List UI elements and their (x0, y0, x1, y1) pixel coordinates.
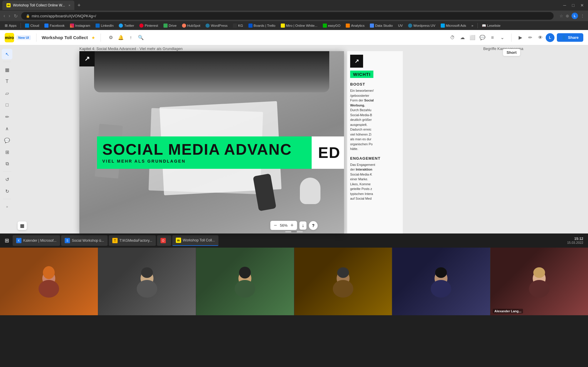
bookmark-more[interactable]: » (469, 23, 476, 28)
comment-tool[interactable]: 💬 (2, 135, 12, 146)
bookmark-linkedin[interactable]: LinkedIn (93, 23, 116, 29)
shape-tool[interactable]: □ (2, 100, 12, 110)
bottom-controls: ▦ (18, 221, 27, 230)
settings-button[interactable]: ⚙ (106, 33, 116, 42)
bookmark-drive[interactable]: Drive (161, 23, 179, 29)
bookmark-instagram[interactable]: Instagram (68, 23, 93, 29)
pen-button[interactable]: ✏ (526, 33, 535, 42)
grid-toggle-button[interactable]: ▦ (18, 221, 27, 230)
bookmark-easygo[interactable]: easyGO (320, 23, 343, 29)
boost-title: BOOST (350, 82, 400, 86)
bookmark-uv[interactable]: UV (396, 23, 405, 28)
bookmark-pinterest[interactable]: Pinterest (137, 23, 160, 29)
view-icons-group: ⏱ ☁ ⬜ 💬 ≡ ⌄ (448, 33, 507, 42)
template-tool[interactable]: ⧉ (2, 159, 12, 169)
share-upload-button[interactable]: ↑ (126, 33, 136, 42)
wordpress-uv-icon (408, 24, 412, 28)
bookmark-cloud[interactable]: Cloud (23, 23, 41, 29)
slide-frame[interactable]: ↗ SOCIAL MEDIA ADVANC VIEL MEHR ALS GRUN… (79, 51, 344, 233)
bookmark-microsoft-ads[interactable]: Microsoft Ads (438, 23, 469, 29)
close-window-button[interactable]: ✕ (579, 2, 586, 8)
tab-close-button[interactable]: × (69, 4, 70, 7)
zoom-control-group: − 56% + (270, 221, 297, 230)
frames-tool[interactable]: ▦ (2, 64, 12, 75)
bookmark-datastudio[interactable]: Data Studio (368, 23, 395, 29)
bookmark-twitter[interactable]: Twitter (116, 23, 136, 29)
taskbar-item-kgmedia[interactable]: T T:\KGMediaFactory... (109, 235, 156, 246)
extension-icon[interactable]: ⊕ (566, 14, 569, 18)
short-badge[interactable]: Short (503, 49, 520, 56)
bookmark-wordpress-uv[interactable]: Wordpress UV (406, 23, 438, 29)
bookmark-sep-right (477, 23, 478, 28)
settings-icon[interactable]: ⋮ (580, 14, 584, 18)
notification-button[interactable]: 🔔 (116, 33, 126, 42)
social-workshop-app-icon: S (65, 238, 70, 243)
apps-button[interactable]: ⊞ Apps (2, 23, 19, 29)
board-favorite-star[interactable]: ★ (91, 35, 95, 40)
more-tools-button[interactable]: » (2, 201, 12, 212)
line-tool[interactable]: ∧ (2, 123, 12, 134)
url-bar[interactable]: 🔒 miro.com/app/board/uXjVONQPK4g=/ (21, 12, 554, 20)
present-button[interactable]: ▶ (516, 33, 525, 42)
analytics-icon (346, 24, 350, 28)
apps-tool[interactable]: ⊞ (2, 147, 12, 157)
zoom-plus-button[interactable]: + (290, 222, 294, 228)
bookmark-star-icon[interactable]: ☆ (559, 14, 563, 18)
pen-tool[interactable]: ✏ (2, 111, 12, 122)
maximize-button[interactable]: □ (570, 2, 576, 8)
text-tool[interactable]: T (2, 76, 12, 87)
taskbar-item-workshop[interactable]: m Workshop Toll Coll... (172, 235, 218, 246)
active-tab[interactable]: m Workshop Toll Collect Online W... × (2, 1, 74, 10)
leseliste-button[interactable]: 📖 Leseliste (480, 23, 503, 29)
banner-subtitle: VIEL MEHR ALS GRUNDLAGEN (102, 159, 332, 164)
scroll-indicator (285, 231, 303, 232)
help-button[interactable]: ? (309, 221, 318, 230)
banner-ed: ED (312, 136, 344, 169)
toolbar-icons-group: ⚙ 🔔 ↑ 🔍 (106, 33, 146, 42)
taskbar-item-outlook[interactable]: O (157, 235, 171, 246)
cloud-button[interactable]: ☁ (458, 33, 467, 42)
bookmark-miro[interactable]: Miro | Online White... (278, 23, 320, 29)
bookmark-kg[interactable]: KG (230, 23, 245, 29)
video-person-6 (490, 248, 588, 315)
zoom-minus-button[interactable]: − (274, 222, 277, 228)
bookmark-wordpress[interactable]: WordPress (203, 23, 230, 29)
bookmark-facebook[interactable]: Facebook (42, 23, 67, 29)
bookmark-hubspot[interactable]: HubSpot (180, 23, 203, 29)
svg-point-11 (337, 267, 349, 278)
forward-button[interactable]: › (9, 13, 10, 19)
list-button[interactable]: ≡ (488, 33, 497, 42)
toolbar-separator-1 (36, 34, 36, 42)
search-button[interactable]: 🔍 (136, 33, 146, 42)
comment-button[interactable]: 💬 (478, 33, 487, 42)
taskbar-item-social-workshop[interactable]: S Social Workshop ü... (61, 235, 108, 246)
fit-view-button[interactable]: ↓ (300, 221, 307, 230)
minimize-button[interactable]: ─ (562, 2, 568, 8)
user-avatar[interactable]: L (546, 33, 554, 42)
follow-button[interactable]: 👁 (536, 33, 545, 42)
frame-button[interactable]: ⬜ (468, 33, 477, 42)
bookmark-analytics[interactable]: Analytics (343, 23, 367, 29)
linkedin-icon (96, 24, 100, 28)
apps-label: Apps (9, 24, 16, 27)
window-controls: ─ □ ✕ (562, 2, 586, 8)
start-button[interactable]: ⊞ (2, 236, 11, 245)
person-1-avatar (37, 264, 61, 299)
select-tool[interactable]: ↖ (2, 49, 12, 59)
person-3-avatar (233, 264, 257, 299)
profile-icon[interactable]: L (572, 13, 578, 19)
new-tab-button[interactable]: + (76, 2, 82, 9)
hubspot-icon (182, 24, 186, 28)
undo-button[interactable]: ↺ (2, 174, 12, 185)
redo-button[interactable]: ↻ (2, 186, 12, 196)
bookmark-trello[interactable]: Boards | Trello (246, 23, 278, 29)
share-button[interactable]: 👤 Share (557, 33, 583, 42)
taskbar-item-kalender[interactable]: K Kalender | Microsof... (13, 235, 60, 246)
more-button[interactable]: ⌄ (498, 33, 507, 42)
refresh-button[interactable]: ↻ (14, 13, 18, 19)
sticky-note-tool[interactable]: ▱ (2, 88, 12, 99)
timer-button[interactable]: ⏱ (448, 33, 457, 42)
back-button[interactable]: ‹ (4, 13, 5, 19)
miro-logo-mark[interactable]: miro (5, 33, 14, 42)
person-6-avatar (527, 264, 551, 299)
